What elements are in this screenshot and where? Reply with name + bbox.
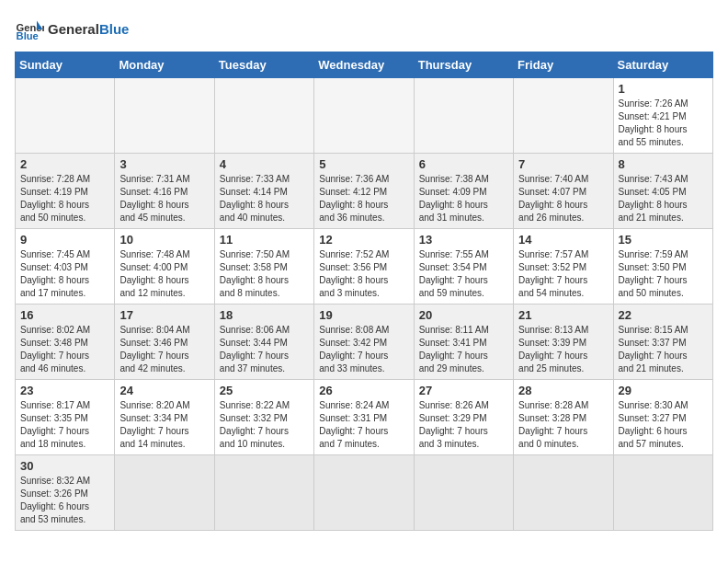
calendar-cell: 6Sunrise: 7:38 AM Sunset: 4:09 PM Daylig… xyxy=(414,154,513,229)
calendar-cell: 19Sunrise: 8:08 AM Sunset: 3:42 PM Dayli… xyxy=(314,304,414,380)
day-info: Sunrise: 7:36 AM Sunset: 4:12 PM Dayligh… xyxy=(319,173,408,224)
calendar-cell: 12Sunrise: 7:52 AM Sunset: 3:56 PM Dayli… xyxy=(314,229,414,304)
day-number: 7 xyxy=(518,157,608,171)
calendar-cell: 10Sunrise: 7:48 AM Sunset: 4:00 PM Dayli… xyxy=(115,229,214,304)
day-info: Sunrise: 8:20 AM Sunset: 3:34 PM Dayligh… xyxy=(119,399,209,451)
day-number: 27 xyxy=(419,384,508,397)
calendar-cell: 30Sunrise: 8:32 AM Sunset: 3:26 PM Dayli… xyxy=(16,455,115,531)
calendar-cell xyxy=(214,455,313,531)
day-number: 19 xyxy=(319,308,408,322)
calendar-week-row: 16Sunrise: 8:02 AM Sunset: 3:48 PM Dayli… xyxy=(16,304,713,380)
calendar-cell: 13Sunrise: 7:55 AM Sunset: 3:54 PM Dayli… xyxy=(414,229,513,304)
day-info: Sunrise: 7:55 AM Sunset: 3:54 PM Dayligh… xyxy=(419,248,508,300)
calendar-cell: 22Sunrise: 8:15 AM Sunset: 3:37 PM Dayli… xyxy=(613,304,712,380)
day-info: Sunrise: 8:15 AM Sunset: 3:37 PM Dayligh… xyxy=(619,324,708,375)
day-number: 3 xyxy=(119,157,209,171)
day-number: 29 xyxy=(619,384,708,397)
day-info: Sunrise: 8:06 AM Sunset: 3:44 PM Dayligh… xyxy=(220,324,309,375)
calendar-week-row: 2Sunrise: 7:28 AM Sunset: 4:19 PM Daylig… xyxy=(16,154,713,229)
calendar-cell xyxy=(314,78,414,154)
calendar-cell xyxy=(613,455,712,531)
day-number: 18 xyxy=(220,308,309,322)
day-info: Sunrise: 8:22 AM Sunset: 3:32 PM Dayligh… xyxy=(220,399,309,451)
day-number: 14 xyxy=(518,233,608,247)
day-number: 22 xyxy=(619,308,708,322)
calendar-week-row: 9Sunrise: 7:45 AM Sunset: 4:03 PM Daylig… xyxy=(16,229,713,304)
day-number: 17 xyxy=(119,308,209,322)
day-number: 1 xyxy=(619,82,708,96)
day-info: Sunrise: 7:43 AM Sunset: 4:05 PM Dayligh… xyxy=(619,173,708,224)
calendar-header-row: SundayMondayTuesdayWednesdayThursdayFrid… xyxy=(16,52,713,78)
calendar-header-monday: Monday xyxy=(115,52,214,78)
day-info: Sunrise: 8:13 AM Sunset: 3:39 PM Dayligh… xyxy=(518,324,608,375)
calendar-header-friday: Friday xyxy=(514,52,613,78)
day-info: Sunrise: 7:33 AM Sunset: 4:14 PM Dayligh… xyxy=(220,173,309,224)
calendar-cell: 16Sunrise: 8:02 AM Sunset: 3:48 PM Dayli… xyxy=(16,304,115,380)
day-number: 21 xyxy=(518,308,608,322)
calendar: SundayMondayTuesdayWednesdayThursdayFrid… xyxy=(15,52,713,531)
calendar-cell: 18Sunrise: 8:06 AM Sunset: 3:44 PM Dayli… xyxy=(214,304,313,380)
calendar-week-row: 30Sunrise: 8:32 AM Sunset: 3:26 PM Dayli… xyxy=(16,455,713,531)
day-info: Sunrise: 7:52 AM Sunset: 3:56 PM Dayligh… xyxy=(319,248,408,300)
calendar-cell: 26Sunrise: 8:24 AM Sunset: 3:31 PM Dayli… xyxy=(314,380,414,455)
day-number: 16 xyxy=(20,308,109,322)
calendar-cell: 4Sunrise: 7:33 AM Sunset: 4:14 PM Daylig… xyxy=(214,154,313,229)
day-number: 23 xyxy=(20,384,109,397)
day-number: 12 xyxy=(319,233,408,247)
logo: General Blue GeneralBlue xyxy=(15,15,129,44)
calendar-cell: 14Sunrise: 7:57 AM Sunset: 3:52 PM Dayli… xyxy=(514,229,613,304)
day-info: Sunrise: 8:04 AM Sunset: 3:46 PM Dayligh… xyxy=(119,324,209,375)
calendar-header-saturday: Saturday xyxy=(613,52,712,78)
calendar-cell: 9Sunrise: 7:45 AM Sunset: 4:03 PM Daylig… xyxy=(16,229,115,304)
calendar-cell: 8Sunrise: 7:43 AM Sunset: 4:05 PM Daylig… xyxy=(613,154,712,229)
day-info: Sunrise: 8:08 AM Sunset: 3:42 PM Dayligh… xyxy=(319,324,408,375)
calendar-cell xyxy=(414,78,513,154)
svg-text:Blue: Blue xyxy=(17,30,39,41)
logo-text: GeneralBlue xyxy=(48,22,129,38)
calendar-cell: 11Sunrise: 7:50 AM Sunset: 3:58 PM Dayli… xyxy=(214,229,313,304)
calendar-cell: 1Sunrise: 7:26 AM Sunset: 4:21 PM Daylig… xyxy=(613,78,712,154)
calendar-cell: 7Sunrise: 7:40 AM Sunset: 4:07 PM Daylig… xyxy=(514,154,613,229)
calendar-cell xyxy=(115,78,214,154)
calendar-cell: 28Sunrise: 8:28 AM Sunset: 3:28 PM Dayli… xyxy=(514,380,613,455)
day-number: 4 xyxy=(220,157,309,171)
day-number: 8 xyxy=(619,157,708,171)
day-info: Sunrise: 7:45 AM Sunset: 4:03 PM Dayligh… xyxy=(20,248,109,300)
day-info: Sunrise: 7:31 AM Sunset: 4:16 PM Dayligh… xyxy=(119,173,209,224)
day-number: 13 xyxy=(419,233,508,247)
day-number: 26 xyxy=(319,384,408,397)
day-number: 2 xyxy=(20,157,109,171)
calendar-cell xyxy=(514,455,613,531)
calendar-header-wednesday: Wednesday xyxy=(314,52,414,78)
day-number: 5 xyxy=(319,157,408,171)
calendar-week-row: 1Sunrise: 7:26 AM Sunset: 4:21 PM Daylig… xyxy=(16,78,713,154)
day-number: 20 xyxy=(419,308,508,322)
day-number: 10 xyxy=(119,233,209,247)
calendar-cell xyxy=(16,78,115,154)
calendar-cell: 23Sunrise: 8:17 AM Sunset: 3:35 PM Dayli… xyxy=(16,380,115,455)
day-info: Sunrise: 7:59 AM Sunset: 3:50 PM Dayligh… xyxy=(619,248,708,300)
calendar-header-thursday: Thursday xyxy=(414,52,513,78)
calendar-cell: 2Sunrise: 7:28 AM Sunset: 4:19 PM Daylig… xyxy=(16,154,115,229)
calendar-cell xyxy=(414,455,513,531)
calendar-cell: 25Sunrise: 8:22 AM Sunset: 3:32 PM Dayli… xyxy=(214,380,313,455)
calendar-cell: 24Sunrise: 8:20 AM Sunset: 3:34 PM Dayli… xyxy=(115,380,214,455)
calendar-cell xyxy=(115,455,214,531)
day-info: Sunrise: 8:17 AM Sunset: 3:35 PM Dayligh… xyxy=(20,399,109,451)
day-info: Sunrise: 7:57 AM Sunset: 3:52 PM Dayligh… xyxy=(518,248,608,300)
calendar-cell: 20Sunrise: 8:11 AM Sunset: 3:41 PM Dayli… xyxy=(414,304,513,380)
day-number: 25 xyxy=(220,384,309,397)
day-number: 9 xyxy=(20,233,109,247)
day-info: Sunrise: 8:28 AM Sunset: 3:28 PM Dayligh… xyxy=(518,399,608,451)
calendar-cell xyxy=(214,78,313,154)
calendar-cell: 3Sunrise: 7:31 AM Sunset: 4:16 PM Daylig… xyxy=(115,154,214,229)
day-info: Sunrise: 8:24 AM Sunset: 3:31 PM Dayligh… xyxy=(319,399,408,451)
day-number: 28 xyxy=(518,384,608,397)
day-info: Sunrise: 7:48 AM Sunset: 4:00 PM Dayligh… xyxy=(119,248,209,300)
day-number: 15 xyxy=(619,233,708,247)
day-info: Sunrise: 7:40 AM Sunset: 4:07 PM Dayligh… xyxy=(518,173,608,224)
day-info: Sunrise: 8:02 AM Sunset: 3:48 PM Dayligh… xyxy=(20,324,109,375)
day-number: 6 xyxy=(419,157,508,171)
calendar-cell: 17Sunrise: 8:04 AM Sunset: 3:46 PM Dayli… xyxy=(115,304,214,380)
day-info: Sunrise: 7:38 AM Sunset: 4:09 PM Dayligh… xyxy=(419,173,508,224)
